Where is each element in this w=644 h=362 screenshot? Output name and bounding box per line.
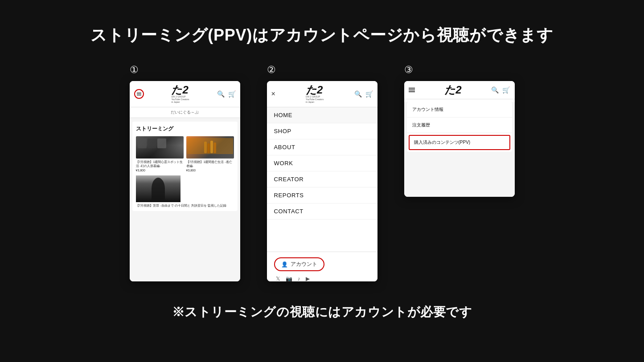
hamburger-button[interactable]	[134, 89, 144, 99]
footer-note: ※ストリーミングの視聴にはアカウントが必要です	[0, 304, 644, 321]
screen2-header: × た2 DAI 2 GROUP YouTube Creators in Jap…	[267, 81, 377, 107]
screen3-mockup: た2 🔍 🛒 アカウント情報 注文履歴 購入済みのコンテンツ(PPV)	[404, 81, 515, 197]
close-button[interactable]: ×	[271, 90, 275, 98]
screens-row: ① た2 DAI 2 GROUP YouTube Creators in Jap…	[0, 64, 644, 281]
screen3-wrapper: ③ た2 🔍 🛒	[404, 64, 515, 197]
menu-item-shop[interactable]: SHOP	[267, 123, 377, 139]
youtube-icon[interactable]: ▶	[306, 276, 310, 281]
social-row: 𝕏 📷 ♪ ▶	[274, 276, 370, 281]
screen1-header: た2 DAI 2 GROUP YouTube Creators in Japan…	[130, 81, 240, 107]
menu-item-contact[interactable]: CONTACT	[267, 203, 377, 220]
header-right-1: 🔍 🛒	[217, 90, 236, 98]
account-label: アカウント	[291, 260, 317, 268]
logo-area-1: た2 DAI 2 GROUP YouTube Creators in Japan	[171, 85, 189, 103]
menu-overlay: HOME SHOP ABOUT WORK CREATOR REPORTS CON…	[267, 107, 377, 281]
video-card-2: 【7月視聴】1週間逃亡生活 -逃亡者編- ¥3,800	[186, 136, 234, 172]
screen1-mockup: た2 DAI 2 GROUP YouTube Creators in Japan…	[130, 81, 240, 281]
account-menu: アカウント情報 注文履歴 購入済みのコンテンツ(PPV)	[407, 102, 512, 152]
menu-item-work[interactable]: WORK	[267, 155, 377, 171]
screen1-wrapper: ① た2 DAI 2 GROUP YouTube Creators in Jap…	[130, 64, 240, 281]
menu-item-reports[interactable]: REPORTS	[267, 187, 377, 203]
cart-icon-2[interactable]: 🛒	[365, 90, 373, 98]
menu-items-list: HOME SHOP ABOUT WORK CREATOR REPORTS CON…	[267, 107, 377, 252]
video-title-1: 【7月視聴】1週間心霊スポット生活 -幻の人形墓編-	[136, 160, 184, 168]
header-left-2: ×	[271, 90, 275, 98]
account-content: アカウント情報 注文履歴 購入済みのコンテンツ(PPV)	[404, 102, 515, 197]
site-name: だいにぐる～ぷ	[130, 107, 240, 118]
menu-item-creator[interactable]: CREATOR	[267, 171, 377, 187]
logo-subtitle-6: in Japan	[306, 101, 314, 103]
step1-number: ①	[130, 64, 139, 76]
video-card-3: 【7月視聴】茨罪 -自由まで の十日間と 判決翌日を 監視した記録	[136, 175, 234, 207]
account-button[interactable]: 👤 アカウント	[274, 257, 324, 271]
header-left-3	[409, 88, 415, 92]
search-icon-2[interactable]: 🔍	[354, 90, 362, 98]
account-info-item[interactable]: アカウント情報	[407, 102, 512, 118]
order-history-item[interactable]: 注文履歴	[407, 118, 512, 133]
screen3-header: た2 🔍 🛒	[404, 81, 515, 99]
video-grid: 【7月視聴】1週間心霊スポット生活 -幻の人形墓編- ¥3,800	[136, 136, 234, 172]
video-thumb-3	[136, 175, 180, 202]
video-thumb-1	[136, 136, 184, 159]
step3-number: ③	[404, 64, 413, 76]
main-title: ストリーミング(PPV)はアカウントページから視聴ができます	[0, 0, 644, 64]
video-title-2: 【7月視聴】1週間逃亡生活 -逃亡者編-	[186, 160, 234, 168]
header-left-1	[134, 89, 144, 99]
account-icon: 👤	[281, 261, 288, 268]
menu-item-home[interactable]: HOME	[267, 107, 377, 123]
video-price-2: ¥3,800	[186, 169, 234, 172]
menu-item-about[interactable]: ABOUT	[267, 139, 377, 155]
video-price-1: ¥3,800	[136, 169, 184, 172]
hamburger-plain-3[interactable]	[409, 88, 415, 92]
search-icon-1[interactable]: 🔍	[217, 90, 225, 98]
instagram-icon[interactable]: 📷	[286, 276, 292, 281]
screen1-content: だいにぐる～ぷ ストリーミング	[130, 107, 240, 281]
screen2-wrapper: ② × た2 DAI 2 GROUP YouTube Creators in J…	[267, 64, 377, 281]
streaming-title: ストリーミング	[136, 125, 234, 133]
logo-2: た2	[306, 85, 323, 95]
ppv-content-item[interactable]: 購入済みのコンテンツ(PPV)	[409, 135, 510, 150]
header-right-2: 🔍 🛒	[354, 90, 373, 98]
video-card-1: 【7月視聴】1週間心霊スポット生活 -幻の人形墓編- ¥3,800	[136, 136, 184, 172]
logo-3: た2	[444, 85, 461, 95]
streaming-section: ストリーミング 【7月視聴】1週間心霊スポット生	[132, 122, 238, 211]
screen2-mockup: × た2 DAI 2 GROUP YouTube Creators in Jap…	[267, 81, 377, 281]
logo-1: た2	[171, 85, 188, 95]
tiktok-icon[interactable]: ♪	[298, 276, 300, 281]
logo-subtitle-3: in Japan	[171, 101, 180, 103]
video-thumb-2	[186, 136, 234, 159]
logo-area-3: た2	[444, 85, 461, 95]
step2-number: ②	[267, 64, 276, 76]
cart-icon-1[interactable]: 🛒	[228, 90, 236, 98]
search-icon-3[interactable]: 🔍	[491, 86, 499, 94]
video-title-3: 【7月視聴】茨罪 -自由まで の十日間と 判決翌日を 監視した記録	[136, 203, 234, 207]
cart-icon-3[interactable]: 🛒	[502, 86, 510, 94]
logo-area-2: た2 DAI 2 GROUP YouTube Creators in Japan	[306, 85, 324, 103]
menu-footer: 👤 アカウント 𝕏 📷 ♪ ▶	[267, 252, 377, 281]
header-right-3: 🔍 🛒	[491, 86, 510, 94]
twitter-icon[interactable]: 𝕏	[276, 276, 280, 281]
